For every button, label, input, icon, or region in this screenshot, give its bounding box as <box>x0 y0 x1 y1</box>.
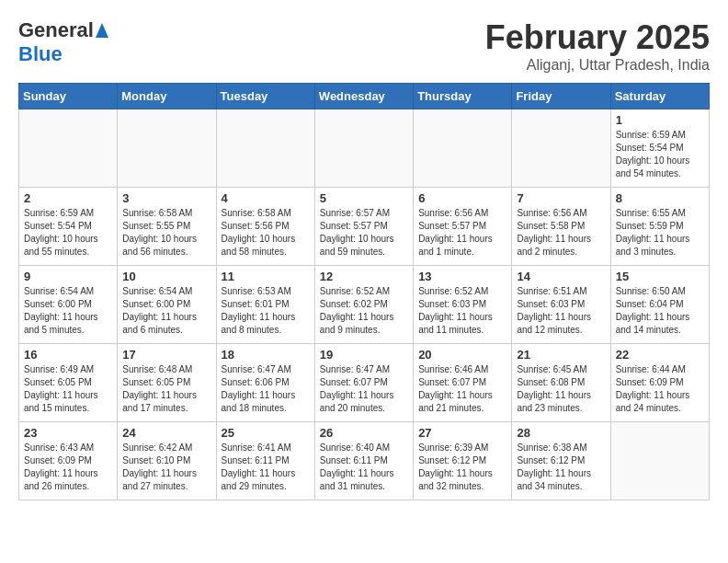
calendar-cell: 19Sunrise: 6:47 AM Sunset: 6:07 PM Dayli… <box>314 344 413 422</box>
day-info: Sunrise: 6:56 AM Sunset: 5:57 PM Dayligh… <box>418 207 506 259</box>
day-number: 14 <box>517 270 605 283</box>
day-number: 26 <box>320 426 408 440</box>
calendar-cell <box>19 109 118 188</box>
day-info: Sunrise: 6:47 AM Sunset: 6:06 PM Dayligh… <box>222 363 310 415</box>
month-title: February 2025 <box>485 18 710 57</box>
day-number: 11 <box>222 270 310 283</box>
day-info: Sunrise: 6:59 AM Sunset: 5:54 PM Dayligh… <box>616 129 704 180</box>
weekday-header-friday: Friday <box>512 84 610 109</box>
day-info: Sunrise: 6:39 AM Sunset: 6:12 PM Dayligh… <box>418 442 506 493</box>
day-info: Sunrise: 6:44 AM Sunset: 6:09 PM Dayligh… <box>616 363 704 415</box>
calendar-cell: 15Sunrise: 6:50 AM Sunset: 6:04 PM Dayli… <box>610 266 709 344</box>
calendar-cell: 18Sunrise: 6:47 AM Sunset: 6:06 PM Dayli… <box>216 344 314 422</box>
calendar-cell: 11Sunrise: 6:53 AM Sunset: 6:01 PM Dayli… <box>216 266 314 344</box>
day-info: Sunrise: 6:38 AM Sunset: 6:12 PM Dayligh… <box>517 442 605 493</box>
weekday-header-sunday: Sunday <box>19 84 118 109</box>
week-row-1: 2Sunrise: 6:59 AM Sunset: 5:54 PM Daylig… <box>19 188 710 266</box>
calendar-cell: 1Sunrise: 6:59 AM Sunset: 5:54 PM Daylig… <box>610 109 709 188</box>
calendar-table: SundayMondayTuesdayWednesdayThursdayFrid… <box>18 83 710 500</box>
day-number: 19 <box>320 348 408 362</box>
day-info: Sunrise: 6:40 AM Sunset: 6:11 PM Dayligh… <box>320 442 408 493</box>
location: Aliganj, Uttar Pradesh, India <box>485 57 710 74</box>
calendar-cell: 6Sunrise: 6:56 AM Sunset: 5:57 PM Daylig… <box>414 188 512 266</box>
logo: General Blue <box>18 18 108 66</box>
calendar-cell <box>610 422 709 500</box>
day-info: Sunrise: 6:53 AM Sunset: 6:01 PM Dayligh… <box>222 285 310 337</box>
calendar-cell: 10Sunrise: 6:54 AM Sunset: 6:00 PM Dayli… <box>118 266 216 344</box>
day-number: 1 <box>616 113 704 127</box>
calendar-cell: 12Sunrise: 6:52 AM Sunset: 6:02 PM Dayli… <box>314 266 413 344</box>
day-number: 9 <box>24 270 112 283</box>
calendar-cell: 5Sunrise: 6:57 AM Sunset: 5:57 PM Daylig… <box>314 188 413 266</box>
calendar-cell: 9Sunrise: 6:54 AM Sunset: 6:00 PM Daylig… <box>19 266 118 344</box>
calendar-cell: 20Sunrise: 6:46 AM Sunset: 6:07 PM Dayli… <box>414 344 512 422</box>
weekday-header-thursday: Thursday <box>414 84 512 109</box>
day-number: 16 <box>24 348 112 362</box>
calendar-cell: 24Sunrise: 6:42 AM Sunset: 6:10 PM Dayli… <box>118 422 216 500</box>
day-info: Sunrise: 6:49 AM Sunset: 6:05 PM Dayligh… <box>24 363 112 415</box>
day-info: Sunrise: 6:41 AM Sunset: 6:11 PM Dayligh… <box>222 442 310 493</box>
calendar-cell: 27Sunrise: 6:39 AM Sunset: 6:12 PM Dayli… <box>414 422 512 500</box>
day-number: 21 <box>517 348 605 362</box>
day-info: Sunrise: 6:43 AM Sunset: 6:09 PM Dayligh… <box>24 442 112 493</box>
day-number: 20 <box>418 348 506 362</box>
logo-triangle-icon <box>96 23 108 41</box>
day-number: 15 <box>616 270 704 283</box>
day-number: 10 <box>122 270 210 283</box>
day-info: Sunrise: 6:55 AM Sunset: 5:59 PM Dayligh… <box>616 207 704 259</box>
weekday-header-saturday: Saturday <box>610 84 709 109</box>
day-info: Sunrise: 6:42 AM Sunset: 6:10 PM Dayligh… <box>122 442 210 493</box>
day-number: 27 <box>418 426 506 440</box>
day-info: Sunrise: 6:58 AM Sunset: 5:55 PM Dayligh… <box>122 207 210 259</box>
day-info: Sunrise: 6:59 AM Sunset: 5:54 PM Dayligh… <box>24 207 112 259</box>
day-number: 13 <box>418 270 506 283</box>
day-info: Sunrise: 6:54 AM Sunset: 6:00 PM Dayligh… <box>24 285 112 337</box>
calendar-cell <box>512 109 610 188</box>
day-info: Sunrise: 6:51 AM Sunset: 6:03 PM Dayligh… <box>517 285 605 337</box>
page-header: General Blue February 2025 Aliganj, Utta… <box>18 18 710 74</box>
calendar-cell <box>216 109 314 188</box>
logo-blue: Blue <box>18 42 63 65</box>
day-info: Sunrise: 6:47 AM Sunset: 6:07 PM Dayligh… <box>320 363 408 415</box>
week-row-2: 9Sunrise: 6:54 AM Sunset: 6:00 PM Daylig… <box>19 266 710 344</box>
day-number: 5 <box>320 191 408 205</box>
calendar-cell: 3Sunrise: 6:58 AM Sunset: 5:55 PM Daylig… <box>118 188 216 266</box>
calendar-cell <box>414 109 512 188</box>
logo-general: General <box>18 18 94 42</box>
day-info: Sunrise: 6:45 AM Sunset: 6:08 PM Dayligh… <box>517 363 605 415</box>
calendar-cell: 21Sunrise: 6:45 AM Sunset: 6:08 PM Dayli… <box>512 344 610 422</box>
day-info: Sunrise: 6:52 AM Sunset: 6:02 PM Dayligh… <box>320 285 408 337</box>
calendar-cell: 13Sunrise: 6:52 AM Sunset: 6:03 PM Dayli… <box>414 266 512 344</box>
calendar-cell: 23Sunrise: 6:43 AM Sunset: 6:09 PM Dayli… <box>19 422 118 500</box>
day-number: 28 <box>517 426 605 440</box>
calendar-cell: 25Sunrise: 6:41 AM Sunset: 6:11 PM Dayli… <box>216 422 314 500</box>
calendar-cell: 22Sunrise: 6:44 AM Sunset: 6:09 PM Dayli… <box>610 344 709 422</box>
weekday-header-row: SundayMondayTuesdayWednesdayThursdayFrid… <box>19 84 710 109</box>
day-info: Sunrise: 6:46 AM Sunset: 6:07 PM Dayligh… <box>418 363 506 415</box>
day-number: 23 <box>24 426 112 440</box>
weekday-header-monday: Monday <box>118 84 216 109</box>
svg-marker-0 <box>96 23 108 38</box>
week-row-4: 23Sunrise: 6:43 AM Sunset: 6:09 PM Dayli… <box>19 422 710 500</box>
day-number: 18 <box>222 348 310 362</box>
day-info: Sunrise: 6:58 AM Sunset: 5:56 PM Dayligh… <box>222 207 310 259</box>
day-info: Sunrise: 6:54 AM Sunset: 6:00 PM Dayligh… <box>122 285 210 337</box>
calendar-cell: 28Sunrise: 6:38 AM Sunset: 6:12 PM Dayli… <box>512 422 610 500</box>
day-number: 25 <box>222 426 310 440</box>
day-number: 4 <box>222 191 310 205</box>
day-number: 24 <box>122 426 210 440</box>
day-info: Sunrise: 6:57 AM Sunset: 5:57 PM Dayligh… <box>320 207 408 259</box>
calendar-cell: 2Sunrise: 6:59 AM Sunset: 5:54 PM Daylig… <box>19 188 118 266</box>
day-info: Sunrise: 6:48 AM Sunset: 6:05 PM Dayligh… <box>122 363 210 415</box>
day-number: 2 <box>24 191 112 205</box>
calendar-cell: 8Sunrise: 6:55 AM Sunset: 5:59 PM Daylig… <box>610 188 709 266</box>
calendar-cell <box>118 109 216 188</box>
day-number: 7 <box>517 191 605 205</box>
day-info: Sunrise: 6:56 AM Sunset: 5:58 PM Dayligh… <box>517 207 605 259</box>
day-number: 17 <box>122 348 210 362</box>
weekday-header-wednesday: Wednesday <box>314 84 413 109</box>
calendar-cell <box>314 109 413 188</box>
day-number: 12 <box>320 270 408 283</box>
day-info: Sunrise: 6:52 AM Sunset: 6:03 PM Dayligh… <box>418 285 506 337</box>
day-number: 22 <box>616 348 704 362</box>
